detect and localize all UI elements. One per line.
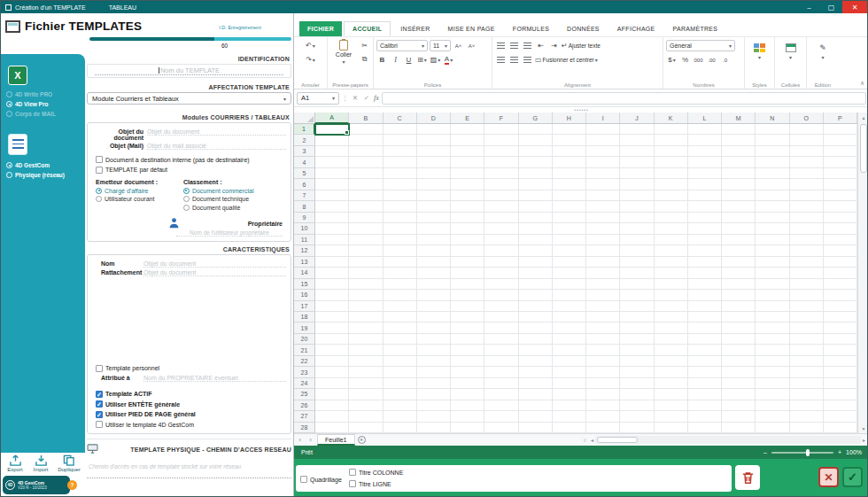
cell-O4[interactable] bbox=[790, 157, 824, 167]
cell-K27[interactable] bbox=[655, 411, 688, 422]
cell-I27[interactable] bbox=[586, 411, 620, 422]
cell-P23[interactable] bbox=[824, 367, 857, 377]
cell-E28[interactable] bbox=[451, 423, 484, 433]
column-header-b[interactable]: B bbox=[349, 113, 383, 124]
cell-J25[interactable] bbox=[620, 389, 654, 400]
align-middle-button[interactable] bbox=[508, 40, 520, 51]
cell-F27[interactable] bbox=[484, 411, 518, 422]
redo-button[interactable]: ↷▾ bbox=[297, 54, 324, 66]
column-header-a[interactable]: A bbox=[315, 113, 349, 124]
cell-O26[interactable] bbox=[790, 400, 824, 411]
cell-I9[interactable] bbox=[586, 213, 620, 223]
cell-A28[interactable] bbox=[315, 423, 349, 433]
row-header-27[interactable]: 27 bbox=[294, 411, 315, 422]
cell-L14[interactable] bbox=[688, 268, 722, 278]
cell-D4[interactable] bbox=[417, 157, 451, 167]
cell-G20[interactable] bbox=[519, 334, 553, 345]
cell-F24[interactable] bbox=[484, 378, 518, 389]
cell-L9[interactable] bbox=[688, 213, 722, 223]
cell-D13[interactable] bbox=[417, 257, 451, 268]
cell-O23[interactable] bbox=[790, 367, 824, 377]
cell-F2[interactable] bbox=[484, 135, 518, 145]
cell-M14[interactable] bbox=[722, 268, 756, 278]
radio-4d-gestcom[interactable]: 4D GestCom bbox=[6, 162, 65, 168]
column-header-m[interactable]: M bbox=[722, 113, 756, 124]
cell-G14[interactable] bbox=[519, 268, 553, 278]
cell-J15[interactable] bbox=[620, 279, 654, 290]
cell-B17[interactable] bbox=[349, 301, 383, 312]
cell-H25[interactable] bbox=[553, 389, 586, 400]
cell-I25[interactable] bbox=[586, 389, 620, 400]
cell-P8[interactable] bbox=[824, 201, 857, 212]
cell-M6[interactable] bbox=[722, 179, 756, 190]
cell-C21[interactable] bbox=[384, 345, 417, 355]
tab-strip-resizer[interactable]: ⁞⁞ bbox=[584, 438, 586, 443]
percent-button[interactable]: % bbox=[679, 54, 691, 66]
cell-D22[interactable] bbox=[417, 356, 451, 367]
vscroll-track[interactable] bbox=[858, 122, 868, 423]
radio-charge-affaire[interactable]: Chargé d'affaire bbox=[96, 188, 183, 194]
cell-O8[interactable] bbox=[790, 201, 824, 212]
cell-G27[interactable] bbox=[519, 411, 553, 422]
scroll-up-button[interactable]: ▲ bbox=[862, 113, 866, 122]
cell-O17[interactable] bbox=[790, 301, 824, 312]
cell-P12[interactable] bbox=[824, 245, 857, 256]
duplicate-button[interactable]: Dupliquer bbox=[55, 454, 83, 472]
cell-D17[interactable] bbox=[417, 301, 451, 312]
copy-button[interactable]: ⧉ bbox=[359, 53, 370, 65]
cell-B18[interactable] bbox=[349, 312, 383, 322]
cell-A13[interactable] bbox=[315, 257, 349, 268]
cell-G8[interactable] bbox=[519, 201, 553, 212]
cell-I3[interactable] bbox=[586, 146, 620, 157]
cell-I4[interactable] bbox=[586, 157, 620, 167]
checkbox-template-defaut[interactable]: TEMPLATE par défaut bbox=[96, 167, 286, 174]
module-select[interactable]: Module Courriers et Tableaux ▾ bbox=[87, 92, 291, 105]
cell-B16[interactable] bbox=[349, 290, 383, 300]
number-format-select[interactable]: Général▾ bbox=[666, 40, 735, 51]
cell-A11[interactable] bbox=[315, 235, 349, 245]
column-header-d[interactable]: D bbox=[417, 113, 451, 124]
cell-D1[interactable] bbox=[417, 124, 451, 135]
cell-K23[interactable] bbox=[655, 367, 688, 377]
cell-E6[interactable] bbox=[451, 179, 484, 190]
cell-N28[interactable] bbox=[756, 423, 789, 433]
cell-G24[interactable] bbox=[519, 378, 553, 389]
cell-J9[interactable] bbox=[620, 213, 654, 223]
cell-C2[interactable] bbox=[384, 135, 417, 145]
cell-D21[interactable] bbox=[417, 345, 451, 355]
cell-E10[interactable] bbox=[451, 223, 484, 234]
increase-decimal-button[interactable]: .00 bbox=[706, 54, 717, 66]
scroll-left-button[interactable]: ◂ bbox=[589, 437, 595, 443]
cell-M28[interactable] bbox=[722, 423, 756, 433]
cell-I11[interactable] bbox=[586, 235, 620, 245]
row-header-5[interactable]: 5 bbox=[294, 168, 315, 179]
align-bottom-button[interactable] bbox=[522, 40, 533, 51]
cell-L19[interactable] bbox=[688, 322, 722, 333]
cell-E17[interactable] bbox=[451, 301, 484, 312]
cell-G11[interactable] bbox=[519, 235, 553, 245]
cell-F12[interactable] bbox=[484, 245, 518, 256]
cell-B19[interactable] bbox=[349, 322, 383, 333]
insert-function-button[interactable]: fx bbox=[374, 94, 379, 102]
radio-corps-de-mail[interactable]: Corps de MAIL bbox=[6, 111, 56, 117]
cell-J3[interactable] bbox=[620, 146, 654, 157]
cell-H16[interactable] bbox=[553, 290, 586, 300]
cell-N1[interactable] bbox=[756, 124, 789, 135]
cell-C27[interactable] bbox=[384, 411, 417, 422]
cell-B12[interactable] bbox=[349, 245, 383, 256]
cell-I14[interactable] bbox=[586, 268, 620, 278]
cell-E3[interactable] bbox=[451, 146, 484, 157]
cell-G1[interactable] bbox=[519, 124, 553, 135]
cell-B4[interactable] bbox=[349, 157, 383, 167]
cell-C18[interactable] bbox=[384, 312, 417, 322]
cell-A18[interactable] bbox=[315, 312, 349, 322]
cell-N21[interactable] bbox=[756, 345, 789, 355]
row-header-7[interactable]: 7 bbox=[294, 190, 315, 201]
row-header-15[interactable]: 15 bbox=[294, 279, 315, 290]
cell-K15[interactable] bbox=[655, 279, 688, 290]
fill-color-button[interactable]: ▨▾ bbox=[430, 54, 441, 66]
cell-M22[interactable] bbox=[722, 356, 756, 367]
cell-F26[interactable] bbox=[484, 400, 518, 411]
cell-F20[interactable] bbox=[484, 334, 518, 345]
cell-A3[interactable] bbox=[315, 146, 349, 157]
